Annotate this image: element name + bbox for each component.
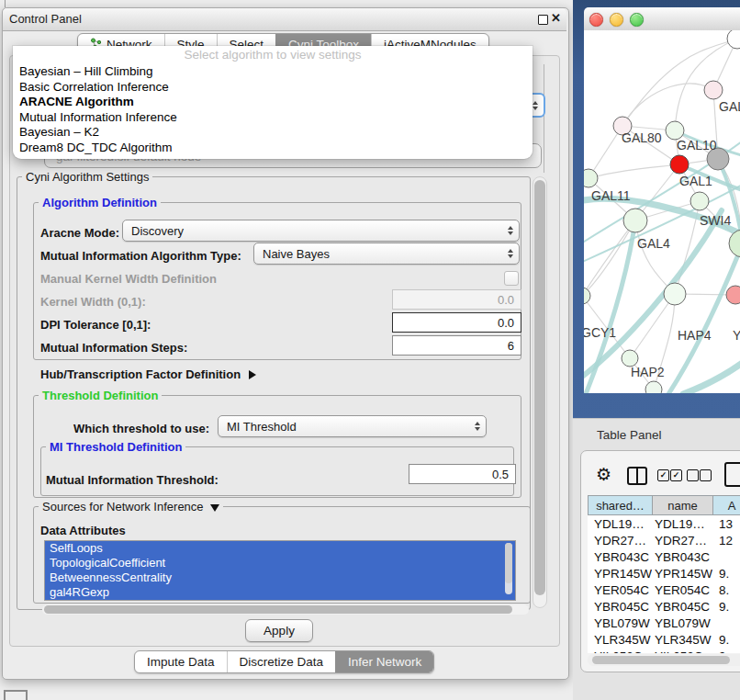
graph-node[interactable] (584, 169, 598, 187)
graph-node[interactable] (729, 230, 740, 257)
table-row[interactable]: YDL19…YDL19…13 (588, 515, 740, 532)
kernel-width-field[interactable]: 0.0 (392, 289, 521, 310)
column-header-shared[interactable]: shared… (588, 495, 653, 515)
graph-node-label: GAL10 (677, 138, 717, 152)
column-header-a[interactable]: A (712, 495, 740, 515)
table-cell: YBR043C (652, 550, 712, 564)
graph-node[interactable] (584, 288, 590, 304)
tab-discretize-data[interactable]: Discretize Data (227, 651, 336, 672)
table-row[interactable]: YLR345WYLR345W9. (588, 631, 740, 648)
select-all-icon[interactable]: ✓ (670, 469, 682, 481)
cyni-bottom-tabs: Impute DataDiscretize DataInfer Network (134, 650, 434, 673)
dpi-tolerance-field[interactable]: 0.0 (392, 312, 521, 333)
dpi-tolerance-label: DPI Tolerance [0,1]: (40, 318, 151, 332)
document-icon[interactable] (724, 462, 740, 487)
collapsed-arrow-icon (249, 370, 256, 379)
graph-node-label: GAL4 (637, 236, 670, 251)
close-icon[interactable]: ✕ (551, 11, 561, 25)
algorithm-dropdown-placeholder: Select algorithm to view settings (13, 46, 533, 64)
graph-node[interactable] (666, 121, 684, 140)
table-row[interactable]: YBL079WYBL079W (588, 615, 740, 631)
graph-node[interactable] (727, 30, 740, 49)
select-all-icon[interactable]: ✓ (657, 469, 669, 481)
table-row[interactable]: YBR045CYBR045C9. (588, 598, 740, 615)
manual-kernel-width-checkbox[interactable] (504, 271, 519, 286)
attribute-item-selfloops[interactable]: SelfLoops (45, 541, 515, 556)
table-row[interactable]: YIL052CYIL052C9 (588, 648, 740, 653)
close-traffic-light[interactable] (589, 13, 603, 27)
attribute-item-betweennesscentrality[interactable]: BetweennessCentrality (45, 570, 515, 585)
network-graph[interactable]: GALGAL80GAL10GAL1GAL11SWI4GAL4GCY1HAP4YH… (584, 30, 740, 393)
table-cell: YDL19… (588, 517, 652, 531)
table-row[interactable]: YBR043CYBR043C (588, 548, 740, 565)
graph-node[interactable] (726, 286, 740, 304)
algorithm-option-basic-correlation-inference[interactable]: Basic Correlation Inference (13, 80, 533, 96)
algorithm-option-bayesian-k2[interactable]: Bayesian – K2 (13, 125, 533, 141)
attributes-hscrollbar-thumb[interactable] (44, 605, 512, 614)
deselect-all-icon[interactable] (687, 469, 699, 481)
table-cell: 9. (712, 633, 729, 647)
algorithm-option-dream8-dc-tdc-algorithm[interactable]: Dream8 DC_TDC Algorithm (13, 141, 533, 156)
collapsed-panel-icon[interactable] (4, 690, 28, 700)
graph-node[interactable] (664, 283, 686, 305)
network-canvas[interactable]: GALGAL80GAL10GAL1GAL11SWI4GAL4GCY1HAP4YH… (584, 30, 740, 393)
column-header-name[interactable]: name (652, 495, 713, 515)
attribute-item-topologicalcoefficient[interactable]: TopologicalCoefficient (45, 556, 515, 570)
graph-node-label: HAP4 (678, 328, 712, 343)
mi-threshold-group-title: MI Threshold Definition (46, 440, 185, 454)
table-cell: YBR043C (588, 550, 652, 564)
kernel-width-label: Kernel Width (0,1): (40, 295, 146, 309)
table-cell: YLR345W (652, 633, 712, 647)
algorithm-option-aracne-algorithm[interactable]: ARACNE Algorithm (13, 95, 533, 110)
mi-algorithm-type-label: Mutual Information Algorithm Type: (40, 249, 241, 263)
tab-label: Impute Data (147, 655, 215, 669)
minimize-traffic-light[interactable] (610, 13, 623, 27)
network-window-titlebar[interactable] (584, 7, 740, 31)
sources-title: Sources for Network Inference (42, 500, 204, 514)
graph-node[interactable] (704, 81, 723, 99)
graph-node-label: HAP2 (631, 365, 665, 379)
columns-icon[interactable] (627, 467, 647, 485)
table-cell: 13 (712, 517, 733, 531)
hub-definition-toggle[interactable]: Hub/Transcription Factor Definition (40, 367, 256, 381)
table-row[interactable]: YPR145WYPR145W9. (588, 565, 740, 581)
zoom-traffic-light[interactable] (630, 13, 644, 27)
mi-steps-field[interactable]: 6 (392, 335, 521, 356)
data-attributes-label: Data Attributes (40, 524, 126, 537)
which-threshold-value: MI Threshold (227, 420, 297, 434)
graph-node[interactable] (623, 209, 647, 232)
sources-toggle[interactable]: Sources for Network Inference (39, 500, 223, 514)
graph-node[interactable] (670, 155, 689, 174)
graph-node-label: GAL (719, 99, 740, 114)
inference-groupbox-edge (544, 64, 544, 173)
graph-edge-highlighted (683, 359, 740, 393)
attributes-scrollbar-thumb[interactable] (505, 543, 512, 583)
aracne-mode-combo[interactable]: Discovery (122, 220, 520, 242)
algorithm-option-bayesian-hill-climbing[interactable]: Bayesian – Hill Climbing (13, 64, 533, 80)
graph-node[interactable] (690, 192, 709, 210)
mi-threshold-field[interactable]: 0.5 (409, 464, 516, 484)
tab-impute-data[interactable]: Impute Data (135, 651, 227, 672)
combo-arrows-icon (508, 243, 513, 264)
data-attributes-list[interactable]: SelfLoopsTopologicalCoefficientBetweenne… (44, 540, 516, 601)
table-hscrollbar-thumb[interactable] (592, 656, 730, 664)
deselect-all-icon[interactable] (700, 469, 712, 481)
node-table[interactable]: YDL19…YDL19…13YDR27…YDR27…12YBR043CYBR04… (588, 515, 740, 653)
algorithm-option-mutual-information-inference[interactable]: Mutual Information Inference (13, 110, 533, 126)
settings-scrollbar-thumb[interactable] (534, 180, 545, 595)
graph-node[interactable] (645, 381, 662, 393)
table-row[interactable]: YDR27…YDR27…12 (588, 532, 740, 548)
apply-button[interactable]: Apply (245, 619, 313, 642)
attributes-scrollbar[interactable] (505, 543, 512, 594)
tab-infer-network[interactable]: Infer Network (335, 651, 433, 672)
table-cell: 9 (712, 649, 726, 654)
float-window-icon[interactable] (538, 15, 548, 25)
mi-algorithm-type-combo[interactable]: Naive Bayes (253, 243, 520, 265)
gear-icon[interactable]: ⚙ (596, 464, 611, 485)
table-row[interactable]: YER054CYER054C8. (588, 581, 740, 598)
which-threshold-combo[interactable]: MI Threshold (218, 415, 487, 437)
attribute-item-gal4rgexp[interactable]: gal4RGexp (45, 585, 515, 600)
combo-arrows-icon (533, 95, 538, 116)
expanded-arrow-icon (210, 504, 219, 512)
table-cell: YDR27… (588, 534, 652, 548)
